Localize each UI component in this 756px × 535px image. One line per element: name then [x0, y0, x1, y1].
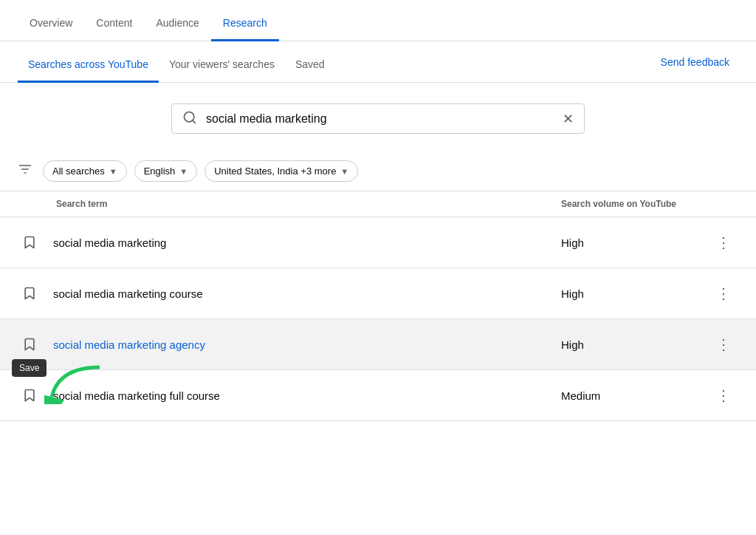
- location-chevron: ▼: [340, 167, 348, 176]
- table-header: Search term Search volume on YouTube: [0, 191, 756, 217]
- english-chevron: ▼: [179, 167, 188, 176]
- english-label: English: [144, 166, 176, 177]
- table-row[interactable]: social media marketing High ⋮: [0, 217, 756, 268]
- tab-overview[interactable]: Overview: [18, 5, 84, 41]
- filter-location[interactable]: United States, India +3 more ▼: [205, 160, 358, 182]
- tab-audience[interactable]: Audience: [144, 5, 210, 41]
- tab-searches-across-youtube[interactable]: Searches across YouTube: [18, 47, 159, 83]
- location-label: United States, India +3 more: [214, 166, 336, 177]
- bookmark-button[interactable]: [18, 231, 41, 254]
- search-term-text: social media marketing full course: [53, 389, 561, 402]
- bookmark-button[interactable]: [18, 333, 41, 356]
- table-row[interactable]: social media marketing course High ⋮: [0, 268, 756, 319]
- sub-tabs: Searches across YouTube Your viewers' se…: [18, 41, 335, 82]
- all-searches-chevron: ▼: [109, 167, 117, 176]
- more-options-button[interactable]: ⋮: [709, 228, 738, 257]
- search-input[interactable]: [206, 112, 557, 126]
- bookmark-button[interactable]: [18, 384, 41, 407]
- tab-viewers-searches[interactable]: Your viewers' searches: [159, 47, 285, 83]
- column-search-term: Search term: [18, 199, 561, 209]
- table-row[interactable]: social media marketing full course Mediu…: [0, 370, 756, 421]
- table-container: social media marketing High ⋮ social med…: [0, 217, 756, 421]
- clear-search-icon[interactable]: ✕: [563, 112, 574, 126]
- search-term-text: social media marketing: [53, 236, 561, 249]
- more-options-button[interactable]: ⋮: [709, 381, 738, 410]
- filter-english[interactable]: English ▼: [134, 160, 198, 182]
- search-area: ✕: [0, 83, 756, 154]
- all-searches-label: All searches: [52, 166, 105, 177]
- search-volume-text: High: [561, 287, 709, 300]
- search-term-text: social media marketing agency: [53, 338, 561, 351]
- tab-research[interactable]: Research: [211, 5, 279, 41]
- search-term-text: social media marketing course: [53, 287, 561, 300]
- more-options-button[interactable]: ⋮: [709, 279, 738, 308]
- sub-tabs-row: Searches across YouTube Your viewers' se…: [0, 41, 756, 83]
- table-row[interactable]: social media marketing agency High ⋮ Sav…: [0, 319, 756, 370]
- more-options-button[interactable]: ⋮: [709, 330, 738, 359]
- filter-all-searches[interactable]: All searches ▼: [43, 160, 127, 182]
- tab-content[interactable]: Content: [84, 5, 144, 41]
- search-volume-text: High: [561, 236, 709, 249]
- search-volume-text: Medium: [561, 389, 709, 402]
- top-nav: Overview Content Audience Research: [0, 0, 756, 41]
- search-volume-text: High: [561, 338, 709, 351]
- tab-saved[interactable]: Saved: [285, 47, 335, 83]
- search-box: ✕: [171, 103, 585, 134]
- filter-icon[interactable]: [18, 162, 32, 180]
- svg-line-1: [193, 120, 196, 123]
- column-search-volume: Search volume on YouTube: [561, 199, 709, 209]
- search-icon: [182, 110, 197, 127]
- send-feedback-button[interactable]: Send feedback: [652, 50, 738, 74]
- bookmark-button[interactable]: [18, 282, 41, 305]
- filters-row: All searches ▼ English ▼ United States, …: [0, 154, 756, 191]
